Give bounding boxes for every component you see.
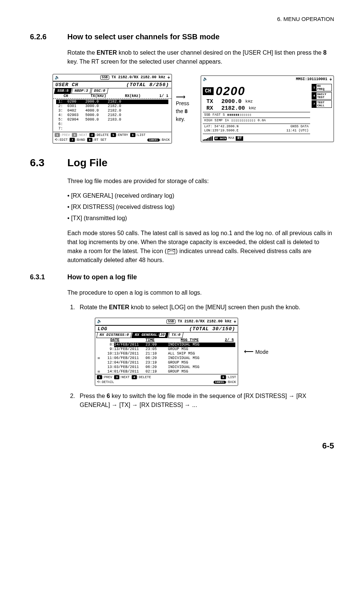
table-row[interactable]: ✉14:01/FEB/2011 02:19 GROUP MSG (95, 370, 238, 374)
ssb-badge: SSB (100, 75, 109, 80)
txrx-freq: TX 2182.0/RX 2182.00 kHz (178, 319, 232, 323)
lon-value: LON:135°19.5900.E (204, 129, 239, 133)
table-row[interactable]: 10:13/FEB/2011 21:10 ALL SHIP MSG (95, 352, 238, 356)
tab-ssb[interactable]: SSB:5 (54, 88, 71, 94)
ssb-badge: SSB (166, 319, 175, 324)
table-row[interactable]: 1: 0200 2000.0 2182.0 (56, 100, 168, 104)
col-ch: CH (64, 94, 82, 98)
status-ia: IA (225, 119, 229, 123)
rt-badge: RT (236, 136, 243, 141)
section-title: How to select user channels for SSB mode (67, 31, 220, 42)
table-row[interactable]: 5: 02904 5000.0 2183.0 (56, 118, 168, 122)
knob-icon: ⟲ (97, 380, 100, 384)
section-title: How to open a log file (67, 272, 137, 282)
section-6-3-intro: Three log file modes are provided for st… (67, 177, 334, 186)
section-number: 6.3.1 (30, 272, 67, 282)
col-time: TIME (146, 338, 155, 343)
mode-label: Mode (255, 349, 268, 355)
col-page: 1/ 1 (159, 94, 168, 98)
table-row[interactable]: 2: 0301 3000.0 2182.0 (56, 104, 168, 109)
antenna-icon: ⏚ (330, 77, 332, 81)
side-button-4[interactable]: 4DAILY TEST (312, 92, 332, 100)
status-ssb: SSB (204, 113, 210, 117)
knob-icon: ⟲ (55, 138, 58, 142)
table-row[interactable]: 6: (56, 122, 168, 127)
rt-screen: 🔈 MMSI:101110001 ⏚ CH 0200 TX 2000.0 kHz… (201, 75, 334, 142)
ch-number: 0200 (216, 84, 245, 98)
screen-total: (TOTAL 8/256) (126, 82, 169, 88)
gnss-label: GNSS DATA (287, 125, 309, 129)
ch-label: CH (203, 87, 214, 95)
col-msgtype: MSG TYPE (181, 338, 199, 343)
table-row[interactable]: 7: (56, 127, 168, 131)
list-item: [RX DISTRESS] (received distress log) (67, 203, 334, 212)
status-high: HIGH (204, 119, 212, 123)
section-6-2-6-para: Rotate the ENTER knob to select the user… (67, 48, 334, 66)
section-title: Log File (67, 155, 107, 171)
log-screen: 🔈 SSB TX 2182.0/RX 2182.00 kHz ⏚ LOG (TO… (95, 317, 238, 386)
procedure-list: Rotate the ENTER knob to select [LOG] on… (67, 303, 334, 410)
time-value: 11:41 (UTC) (287, 129, 309, 133)
table-row[interactable]: 13:03/FEB/2011 06:20 INDIVIDUAL MSG (95, 365, 238, 370)
table-row[interactable]: 12:04/FEB/2011 23:19 GROUP MSG (95, 361, 238, 365)
section-6-3-heading: 6.3 Log File (30, 155, 334, 171)
khz-unit: kHz (245, 99, 253, 105)
tab-nbdp[interactable]: NBDP:3 (71, 88, 91, 94)
tab-tx[interactable]: TX:0 (168, 332, 183, 338)
log-modes-list: [RX GENERAL] (received ordinary log)[RX … (67, 191, 334, 223)
table-row[interactable]: 3: 0402 4000.0 2182.0 (56, 109, 168, 113)
section-6-3-1-intro: The procedure to open a log is common to… (67, 288, 334, 297)
tab-rx-distress[interactable]: RX DISTRESS:0 (96, 332, 132, 338)
arrow-right-icon: ⟶ (176, 94, 197, 100)
side-button-1[interactable]: 1RX FREQ (312, 84, 332, 91)
speaker-icon: 🔈 (97, 319, 102, 324)
table-row[interactable]: ✉11:06/FEB/2011 06:20 INDIVIDUAL MSG (95, 356, 238, 361)
rx-value: 2182.00 (221, 105, 245, 112)
section-number: 6.2.6 (30, 31, 67, 42)
signal-strength-icon (203, 136, 213, 141)
screen-total: (TOTAL 30/150) (189, 326, 235, 332)
screen-title: USER CH (55, 82, 79, 88)
col-date: DATE (110, 338, 119, 343)
txrx-freq: TX 2182.0/RX 2182.00 kHz (111, 75, 165, 79)
table-row[interactable]: 9:13/FEB/2011 23:05 GROUP MSG (95, 347, 238, 352)
col-page: 2/ 5 (225, 338, 234, 343)
status-s: S (223, 113, 225, 117)
envelope-icon: ✉ (98, 356, 102, 361)
col-tx: TX(kHz) (91, 94, 117, 98)
rfgain-label: RF GAIN (214, 137, 227, 140)
figure-user-ch-to-rt: 🔈 SSB TX 2182.0/RX 2182.00 kHz ⏚ USER CH… (52, 74, 334, 144)
table-row[interactable]: 8:14/FEB/2011 23:09 INDIVIDUAL MSG (95, 343, 238, 347)
speaker-icon: 🔈 (203, 77, 208, 82)
side-button-7[interactable]: 7TEST CALL (312, 100, 332, 108)
screen-title: LOG (98, 326, 107, 332)
user-ch-screen: 🔈 SSB TX 2182.0/RX 2182.00 kHz ⏚ USER CH… (52, 74, 172, 144)
rfgain-max: MAX (228, 136, 234, 140)
tab-rx-general[interactable]: RX GENERAL:30 (131, 332, 168, 338)
page-number: 6-5 (30, 440, 334, 452)
status-fast: FAST (212, 113, 221, 117)
lat-value: LAT: 34°42.2800.N (204, 125, 239, 129)
softkey-bar: 1:PREV 3:NEXT 4:DELETE 6:LIST ⟲:DETAIL C… (95, 374, 238, 385)
ia-meter-icon: ▯▯▯▯▯▯▯▯▯▯▯▯ (231, 119, 256, 123)
arrow-left-icon: ⟵ (244, 348, 254, 355)
tx-value: 2000.0 (221, 98, 242, 105)
col-rx: RX(kHz) (125, 94, 151, 98)
press-8-label: ⟶ Press the 8 key. (176, 94, 197, 123)
list-item: [RX GENERAL] (received ordinary log) (67, 191, 334, 200)
list-item: [TX] (transmitted log) (67, 214, 334, 223)
antenna-icon: ⏚ (234, 319, 236, 323)
softkey-bar: 1:PREV 3:NEXT 4:DELETE 5:ENTRY 6:LIST ⟲:… (53, 132, 171, 143)
step-2: Press the 6 key to switch the log file m… (77, 392, 334, 410)
khz-unit: kHz (249, 106, 256, 112)
section-6-2-6-heading: 6.2.6 How to select user channels for SS… (30, 31, 334, 42)
status-simp: SIMP (214, 119, 223, 123)
section-6-3-para2: Each mode stores 50 calls. The latest ca… (67, 229, 334, 265)
tab-dsc[interactable]: DSC:0 (91, 88, 108, 94)
mode-callout: ⟵ Mode (244, 347, 268, 356)
section-6-3-1-heading: 6.3.1 How to open a log file (30, 272, 334, 282)
step-1: Rotate the ENTER knob to select [LOG] on… (77, 303, 334, 386)
antenna-icon: ⏚ (168, 75, 170, 79)
table-row[interactable]: 4: 02903 5000.0 2182.0 (56, 113, 168, 118)
s-meter-icon: ▮▮▮▮▮▮▯▯▯▯▯▯ (227, 113, 251, 117)
